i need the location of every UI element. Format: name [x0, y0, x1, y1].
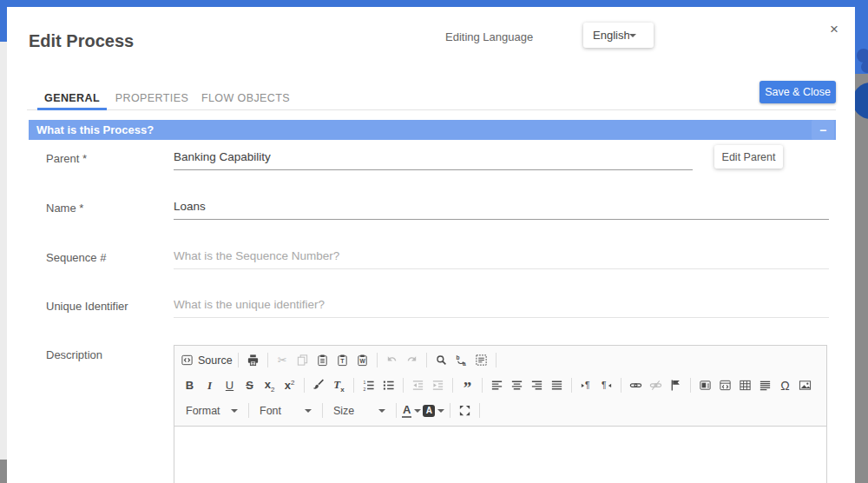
language-select-value: English — [593, 29, 629, 42]
remove-format-icon[interactable]: Tx — [329, 375, 349, 396]
toolbar-separator — [353, 378, 354, 393]
svg-text:2: 2 — [363, 387, 365, 392]
text-direction-ltr-icon[interactable]: ¶ — [576, 375, 596, 396]
page-left-edge — [0, 7, 7, 483]
toolbar-separator — [479, 403, 480, 418]
superscript-icon[interactable]: x2 — [279, 375, 299, 396]
blockquote-icon[interactable]: ” — [457, 375, 477, 396]
maximize-icon[interactable] — [455, 400, 475, 421]
name-input[interactable] — [174, 196, 829, 220]
font-select[interactable]: Font — [253, 400, 318, 421]
underline-icon[interactable]: U — [220, 375, 240, 396]
editor-content-area[interactable] — [174, 427, 826, 483]
save-and-close-button[interactable]: Save & Close — [760, 81, 836, 103]
tabs-divider — [27, 109, 836, 110]
unique-identifier-input[interactable] — [174, 294, 829, 318]
page-right-header — [855, 7, 868, 74]
collapse-section-button[interactable]: − — [812, 120, 834, 140]
sequence-input[interactable] — [174, 246, 829, 269]
active-tab-indicator — [37, 108, 107, 110]
page-left-gray — [0, 42, 7, 460]
copy-formatting-icon[interactable] — [309, 375, 329, 396]
toolbar-separator — [496, 353, 496, 367]
toolbar-separator — [450, 403, 450, 418]
parent-input[interactable] — [174, 147, 693, 170]
parent-label: Parent * — [46, 152, 172, 165]
toolbar-separator — [248, 403, 249, 418]
paste-word-icon[interactable]: W — [352, 350, 372, 371]
dimmed-backdrop — [855, 74, 868, 483]
horizontal-rule-icon[interactable] — [755, 375, 775, 396]
align-right-icon[interactable] — [527, 375, 547, 396]
undo-icon — [382, 350, 402, 371]
toolbar-separator — [452, 378, 453, 393]
tab-flow-objects[interactable]: FLOW OBJECTS — [197, 87, 294, 109]
svg-text:¶: ¶ — [585, 380, 590, 390]
increase-indent-icon — [428, 375, 448, 396]
replace-icon[interactable]: ba — [451, 350, 471, 371]
paste-text-icon[interactable]: T — [332, 350, 352, 371]
svg-text:b: b — [456, 354, 459, 361]
background-color-icon[interactable]: A — [422, 400, 445, 421]
toolbar-separator — [690, 378, 691, 393]
copy-icon — [293, 350, 312, 371]
select-all-icon[interactable] — [471, 350, 491, 371]
toolbar-separator — [322, 403, 323, 418]
toolbar-separator — [403, 378, 404, 393]
italic-icon[interactable]: I — [200, 375, 220, 396]
toolbar-separator — [396, 403, 397, 418]
toolbar-separator — [238, 353, 239, 367]
bulleted-list-icon[interactable] — [378, 375, 398, 396]
align-left-icon[interactable] — [487, 375, 507, 396]
unique-identifier-label: Unique Identifier — [46, 300, 172, 313]
subscript-icon[interactable]: x2 — [260, 375, 279, 396]
code-snippet-icon[interactable] — [715, 375, 735, 396]
find-icon[interactable] — [431, 350, 451, 371]
page-header-strip — [0, 0, 868, 7]
chevron-down-icon — [437, 409, 444, 413]
edit-parent-button[interactable]: Edit Parent — [714, 145, 783, 169]
page-left-blue — [0, 7, 7, 42]
align-justify-icon[interactable] — [547, 375, 567, 396]
svg-text:¶: ¶ — [602, 380, 607, 390]
text-color-icon[interactable]: A — [401, 400, 422, 421]
unlink-icon — [646, 375, 666, 396]
source-icon[interactable]: Source — [180, 350, 233, 371]
numbered-list-icon[interactable]: 12 — [358, 375, 378, 396]
anchor-icon[interactable] — [666, 375, 686, 396]
link-icon[interactable] — [626, 375, 646, 396]
sequence-label: Sequence # — [46, 251, 172, 264]
svg-text:W: W — [359, 358, 365, 364]
cut-icon: ✂ — [273, 350, 293, 371]
toolbar-separator — [426, 353, 427, 367]
page-left-footer — [0, 460, 7, 483]
align-center-icon[interactable] — [507, 375, 527, 396]
editing-language-label: Editing Language — [445, 30, 533, 43]
tab-general[interactable]: GENERAL — [37, 87, 107, 109]
tab-properties[interactable]: PROPERTIES — [110, 87, 194, 109]
format-select[interactable]: Format — [180, 400, 244, 421]
toolbar-separator — [267, 353, 268, 367]
redo-icon — [402, 350, 422, 371]
chevron-down-icon — [305, 409, 312, 413]
name-label: Name * — [46, 202, 172, 215]
table-icon[interactable] — [735, 375, 755, 396]
print-icon[interactable] — [243, 350, 263, 371]
toolbar-separator — [304, 378, 305, 393]
chevron-down-icon — [414, 409, 421, 413]
chevron-down-icon — [629, 34, 636, 37]
insert-template-icon[interactable] — [695, 375, 715, 396]
paste-icon[interactable] — [312, 350, 332, 371]
special-character-icon[interactable]: Ω — [775, 375, 795, 396]
decrease-indent-icon — [408, 375, 428, 396]
size-select[interactable]: Size — [327, 400, 391, 421]
editor-toolbar: Source✂TWbaBIUSx2x2Tx12”¶¶ΩFormatFontSiz… — [174, 346, 826, 427]
bold-icon[interactable]: B — [180, 375, 200, 396]
close-button[interactable]: × — [824, 19, 845, 40]
chevron-down-icon — [231, 409, 238, 413]
text-direction-rtl-icon[interactable]: ¶ — [596, 375, 616, 396]
strikethrough-icon[interactable]: S — [240, 375, 260, 396]
image-icon[interactable] — [795, 375, 815, 396]
language-select[interactable]: English — [583, 23, 654, 48]
toolbar-separator — [377, 353, 378, 367]
